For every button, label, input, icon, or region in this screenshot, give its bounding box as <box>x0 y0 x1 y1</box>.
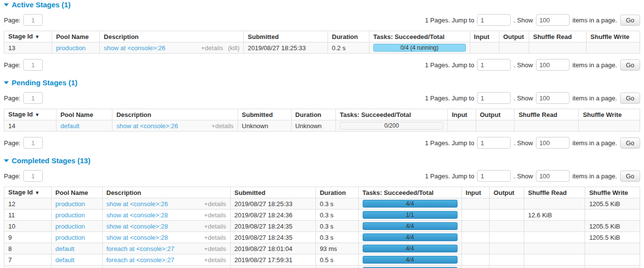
show-count-input[interactable] <box>536 92 570 104</box>
pool-name-link[interactable]: production <box>55 211 85 219</box>
column-header-label: Description <box>107 189 142 196</box>
pool-name-link[interactable]: production <box>55 234 85 241</box>
submitted-cell: 2019/08/27 18:25:33 <box>230 198 315 210</box>
go-button[interactable]: Go <box>620 93 640 104</box>
details-toggle[interactable]: +details <box>204 256 226 264</box>
page-number-input[interactable] <box>23 170 43 182</box>
show-count-input[interactable] <box>536 137 570 149</box>
column-header-tasks[interactable]: Tasks: Succeeded/Total <box>336 109 448 120</box>
page-number-input[interactable] <box>23 59 43 71</box>
go-button[interactable]: Go <box>620 59 640 71</box>
column-header-label: Pool Name <box>55 189 88 196</box>
description-link[interactable]: show at <console>:28 <box>107 211 168 219</box>
description-link[interactable]: show at <console>:26 <box>107 200 168 208</box>
column-header-description[interactable]: Description <box>112 109 238 120</box>
details-toggle[interactable]: +details <box>204 223 226 230</box>
jump-to-input[interactable] <box>477 92 511 104</box>
details-toggle[interactable]: +details <box>201 44 223 52</box>
show-count-input[interactable] <box>536 14 570 26</box>
page-number-input[interactable] <box>23 137 43 149</box>
column-header-submitted[interactable]: Submitted <box>238 109 291 120</box>
jump-to-input[interactable] <box>477 170 511 182</box>
column-header-duration[interactable]: Duration <box>291 109 336 120</box>
shuffle-read-cell: 12.6 KiB <box>524 210 585 221</box>
details-toggle[interactable]: +details <box>204 245 226 252</box>
page-control: Page: <box>4 170 43 182</box>
column-header-shuffle_write[interactable]: Shuffle Write <box>579 109 640 120</box>
details-toggle[interactable]: +details <box>212 122 234 130</box>
tasks-cell: 0/200 <box>336 120 448 132</box>
pool-name-link[interactable]: default <box>55 245 74 252</box>
column-header-label: Submitted <box>235 189 266 196</box>
pool-name-link[interactable]: production <box>55 223 85 230</box>
details-toggle[interactable]: +details <box>204 200 226 208</box>
column-header-submitted[interactable]: Submitted <box>244 31 328 42</box>
column-header-pool[interactable]: Pool Name <box>56 109 112 120</box>
column-header-duration[interactable]: Duration <box>315 187 358 198</box>
column-header-stage_id[interactable]: Stage Id▼ <box>4 31 52 42</box>
go-button[interactable]: Go <box>620 171 640 182</box>
pool-name-link[interactable]: production <box>55 200 85 208</box>
page-number-input[interactable] <box>23 92 43 104</box>
pool-name-link[interactable]: default <box>60 122 79 130</box>
column-header-output[interactable]: Output <box>476 109 515 120</box>
output-cell <box>490 266 524 268</box>
section-header-active[interactable]: Active Stages (1) <box>4 0 640 9</box>
details-toggle[interactable]: +details <box>204 211 226 219</box>
submitted-cell: 2019/08/27 18:25:33 <box>244 42 328 54</box>
description-wrap: show at <console>:28+details <box>107 234 226 241</box>
description-link[interactable]: show at <console>:26 <box>116 122 178 130</box>
pool-name-cell: default <box>56 120 112 132</box>
column-header-duration[interactable]: Duration <box>328 31 369 42</box>
section-header-pending[interactable]: Pending Stages (1) <box>4 78 640 87</box>
input-cell <box>461 243 490 254</box>
description-link[interactable]: show at <console>:26 <box>104 44 165 52</box>
jump-to-input[interactable] <box>477 59 511 71</box>
tasks-progress-bar: 4/4 <box>363 222 458 230</box>
section-header-completed[interactable]: Completed Stages (13) <box>4 156 640 165</box>
details-toggle[interactable]: +details <box>204 234 226 241</box>
column-header-shuffle_read[interactable]: Shuffle Read <box>515 109 579 120</box>
column-header-input[interactable]: Input <box>461 187 490 198</box>
column-header-description[interactable]: Description <box>100 31 244 42</box>
column-header-input[interactable]: Input <box>448 109 476 120</box>
column-header-output[interactable]: Output <box>490 187 524 198</box>
description-link[interactable]: show at <console>:28 <box>107 223 168 230</box>
column-header-submitted[interactable]: Submitted <box>230 187 315 198</box>
kill-link[interactable]: (kill) <box>228 44 239 52</box>
go-button[interactable]: Go <box>620 137 640 149</box>
show-count-input[interactable] <box>536 170 570 182</box>
column-header-stage_id[interactable]: Stage Id▼ <box>4 187 52 198</box>
pool-name-link[interactable]: default <box>55 256 74 264</box>
column-header-output[interactable]: Output <box>499 31 529 42</box>
show-count-input[interactable] <box>536 59 570 71</box>
description-link[interactable]: foreach at <console>:27 <box>107 245 175 252</box>
column-header-description[interactable]: Description <box>102 187 230 198</box>
column-header-pool[interactable]: Pool Name <box>51 187 102 198</box>
column-header-pool[interactable]: Pool Name <box>52 31 100 42</box>
column-header-input[interactable]: Input <box>470 31 499 42</box>
column-header-label: Tasks: Succeeded/Total <box>363 189 434 196</box>
input-cell <box>461 198 490 210</box>
description-wrap: show at <console>:28+details <box>107 223 226 230</box>
column-header-shuffle_read[interactable]: Shuffle Read <box>524 187 585 198</box>
jump-to-input[interactable] <box>477 14 511 26</box>
description-cell: show at <console>:28+details <box>102 221 230 232</box>
column-header-label: Stage Id <box>8 189 33 196</box>
column-header-tasks[interactable]: Tasks: Succeeded/Total <box>369 31 470 42</box>
page-jump-control: 1 Pages. Jump to. Showitems in a page.Go <box>425 170 640 182</box>
column-header-shuffle_write[interactable]: Shuffle Write <box>585 187 640 198</box>
description-link[interactable]: foreach at <console>:27 <box>107 256 175 264</box>
go-button[interactable]: Go <box>620 15 640 26</box>
pool-name-link[interactable]: production <box>56 44 86 52</box>
pages-count-text: 1 Pages. Jump to <box>425 95 474 102</box>
column-header-shuffle_write[interactable]: Shuffle Write <box>587 31 640 42</box>
page-number-input[interactable] <box>23 14 43 26</box>
description-link[interactable]: show at <console>:28 <box>107 234 168 241</box>
column-header-stage_id[interactable]: Stage Id▼ <box>4 109 56 120</box>
pool-name-cell: production <box>52 42 100 54</box>
page-control: Page: <box>4 59 43 71</box>
jump-to-input[interactable] <box>477 137 511 149</box>
column-header-tasks[interactable]: Tasks: Succeeded/Total <box>358 187 461 198</box>
column-header-shuffle_read[interactable]: Shuffle Read <box>529 31 587 42</box>
